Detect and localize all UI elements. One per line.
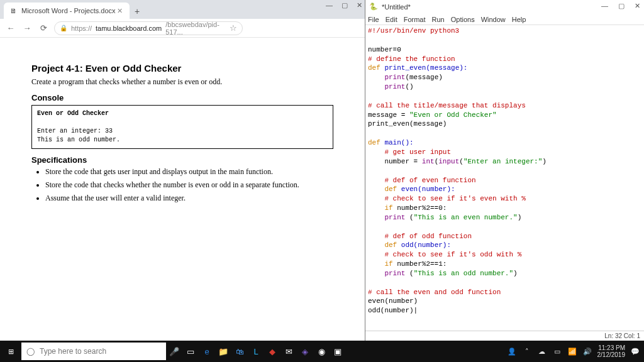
volume-icon[interactable]: 🔊 (582, 348, 592, 356)
mcafee-icon[interactable]: ◆ (264, 343, 280, 359)
console-example: Even or Odd Checker Enter an integer: 33… (31, 105, 333, 149)
forward-button[interactable]: → (21, 23, 33, 34)
bookmark-star-icon[interactable]: ☆ (230, 23, 237, 33)
window-minimize-icon[interactable]: ― (601, 2, 608, 10)
battery-icon[interactable]: ▭ (552, 348, 562, 356)
doc-intro: Create a program that checks whether a n… (31, 77, 333, 87)
wifi-icon[interactable]: 📶 (567, 348, 577, 356)
idle-window: 🐍 *Untitled* ― ▢ ✕ File Edit Format Run … (365, 0, 644, 341)
back-button[interactable]: ← (5, 23, 16, 34)
window-maximize-icon[interactable]: ▢ (618, 2, 625, 10)
chrome-toolbar: ← → ⟳ 🔒 https://tamu.blackboard.com/bbcs… (0, 19, 365, 38)
taskbar-search[interactable]: ◯ Type here to search (21, 343, 166, 360)
console-line: Even or Odd Checker (37, 109, 328, 118)
edge-icon[interactable]: e (199, 343, 215, 359)
tab-close-icon[interactable]: ✕ (116, 7, 123, 14)
menu-options[interactable]: Options (451, 16, 475, 23)
mail-icon[interactable]: ✉ (280, 343, 297, 359)
taskbar-clock[interactable]: 11:23 PM 2/12/2019 (597, 344, 626, 358)
browser-tab[interactable]: 🗎 Microsoft Word - Projects.docx ✕ (4, 3, 130, 19)
window-maximize-icon[interactable]: ▢ (341, 1, 348, 9)
system-tray: 👤 ˄ ☁ ▭ 📶 🔊 11:23 PM 2/12/2019 💬 (507, 344, 645, 358)
chrome-icon[interactable]: ◉ (313, 343, 330, 359)
notifications-icon[interactable]: 💬 (630, 348, 640, 356)
document-viewport[interactable]: Project 4-1: Even or Odd Checker Create … (0, 38, 365, 341)
idle-menu-bar: File Edit Format Run Options Window Help (365, 14, 644, 25)
task-view-icon[interactable]: ▭ (182, 343, 199, 359)
app-icon[interactable]: L (248, 343, 264, 359)
tab-title: Microsoft Word - Projects.docx (21, 7, 116, 14)
store-icon[interactable]: 🛍 (231, 343, 248, 359)
visual-studio-icon[interactable]: ◈ (297, 343, 313, 359)
menu-file[interactable]: File (368, 16, 379, 23)
onedrive-icon[interactable]: ☁ (537, 348, 547, 356)
url-host: tamu.blackboard.com (96, 25, 162, 32)
window-close-icon[interactable]: ✕ (357, 1, 362, 9)
clock-date: 2/12/2019 (597, 351, 626, 358)
idle-title-text: *Untitled* (382, 3, 411, 11)
page-icon: 🗎 (9, 6, 18, 15)
people-icon[interactable]: 👤 (507, 348, 517, 356)
python-icon: 🐍 (369, 3, 378, 11)
menu-run[interactable]: Run (432, 16, 445, 23)
url-prefix: https:// (71, 25, 92, 32)
chrome-tab-strip: 🗎 Microsoft Word - Projects.docx ✕ + ― ▢… (0, 0, 365, 19)
search-placeholder: Type here to search (40, 347, 106, 356)
spec-heading: Specifications (31, 155, 333, 165)
reload-button[interactable]: ⟳ (38, 23, 49, 34)
tray-chevron-icon[interactable]: ˄ (522, 348, 532, 356)
spec-item: Store the code that gets user input and … (45, 167, 333, 177)
console-line: This is an odd number. (37, 136, 328, 145)
code-editor[interactable]: #!/usr/bin/env python3 number=0 # define… (365, 25, 644, 331)
search-icon: ◯ (26, 347, 35, 356)
window-close-icon[interactable]: ✕ (635, 2, 640, 10)
menu-edit[interactable]: Edit (386, 16, 397, 23)
console-heading: Console (31, 93, 333, 102)
menu-window[interactable]: Window (481, 16, 506, 23)
file-explorer-icon[interactable]: 📁 (215, 343, 231, 359)
lock-icon: 🔒 (60, 25, 67, 31)
start-button[interactable]: ⊞ (0, 341, 21, 362)
menu-help[interactable]: Help (512, 16, 526, 23)
new-tab-button[interactable]: + (130, 4, 145, 19)
address-bar[interactable]: 🔒 https://tamu.blackboard.com/bbcswebdav… (54, 21, 243, 35)
app-icon[interactable]: ▣ (330, 343, 346, 359)
url-path: /bbcswebdav/pid-517... (165, 21, 223, 36)
spec-list: Store the code that gets user input and … (31, 167, 333, 203)
spec-item: Store the code that checks whether the n… (45, 180, 333, 190)
windows-taskbar: ⊞ ◯ Type here to search 🎤 ▭ e 📁 🛍 L ◆ ✉ … (0, 341, 644, 362)
chrome-window: 🗎 Microsoft Word - Projects.docx ✕ + ― ▢… (0, 0, 365, 341)
doc-title: Project 4-1: Even or Odd Checker (31, 63, 333, 74)
console-line: Enter an integer: 33 (37, 127, 328, 136)
cursor-position: Ln: 32 Col: 1 (604, 332, 640, 339)
idle-status-bar: Ln: 32 Col: 1 (365, 331, 644, 341)
menu-format[interactable]: Format (404, 16, 426, 23)
cortana-mic-icon[interactable]: 🎤 (166, 343, 182, 359)
window-minimize-icon[interactable]: ― (326, 1, 333, 9)
clock-time: 11:23 PM (597, 344, 626, 351)
spec-item: Assume that the user will enter a valid … (45, 194, 333, 203)
idle-titlebar[interactable]: 🐍 *Untitled* ― ▢ ✕ (365, 0, 644, 14)
